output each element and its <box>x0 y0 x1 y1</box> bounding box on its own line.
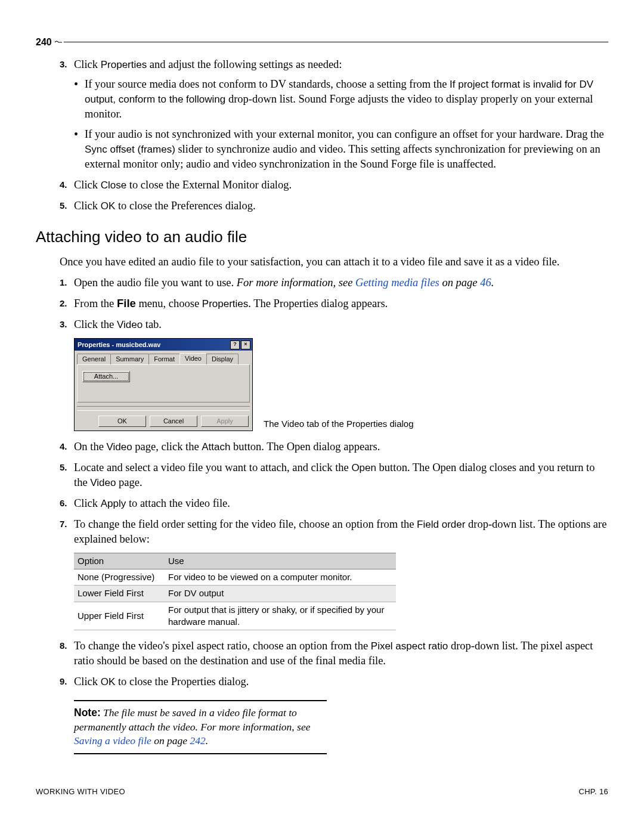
page-header: 240 <box>36 36 608 49</box>
figure-row: Properties - musicbed.wav ? × General Su… <box>74 338 608 431</box>
header-rule <box>64 42 608 42</box>
main-step-1: 1. Open the audio file you want to use. … <box>60 275 608 290</box>
help-button[interactable]: ? <box>230 340 240 349</box>
link-saving-video[interactable]: Saving a video file <box>74 735 151 747</box>
step-4: 4. Click Close to close the External Mon… <box>60 178 608 193</box>
figure-caption: The Video tab of the Properties dialog <box>264 418 414 430</box>
table-row: Lower Field First For DV output <box>74 586 396 602</box>
panel-separator <box>77 406 250 411</box>
link-getting-media[interactable]: Getting media files <box>355 277 439 289</box>
main-step-9: 9. Click OK to close the Properties dial… <box>60 674 608 689</box>
table-row: Upper Field First For output that is jit… <box>74 602 396 630</box>
main-step-4: 4. On the Video page, click the Attach b… <box>60 439 608 454</box>
dialog-buttons: OK Cancel Apply <box>75 413 252 431</box>
table-row: None (Progressive) For video to be viewe… <box>74 569 396 586</box>
field-order-table: Option Use None (Progressive) For video … <box>74 553 396 630</box>
tab-summary[interactable]: Summary <box>110 354 149 364</box>
step-5: 5. Click OK to close the Preferences dia… <box>60 199 608 213</box>
col-use: Use <box>165 553 396 569</box>
properties-dialog: Properties - musicbed.wav ? × General Su… <box>74 338 253 431</box>
table-header-row: Option Use <box>74 553 396 569</box>
close-button[interactable]: × <box>241 340 250 349</box>
ok-button[interactable]: OK <box>98 416 146 427</box>
dialog-title: Properties - musicbed.wav <box>78 340 160 349</box>
tab-video[interactable]: Video <box>179 353 207 364</box>
main-step-8: 8. To change the video's pixel aspect ra… <box>60 639 608 668</box>
link-page-242[interactable]: 242 <box>190 735 205 747</box>
tab-format[interactable]: Format <box>148 354 180 364</box>
tab-general[interactable]: General <box>77 354 111 364</box>
header-notch-icon <box>54 39 63 45</box>
apply-button[interactable]: Apply <box>201 416 249 427</box>
note-label: Note: <box>74 707 101 719</box>
note-box: Note: The file must be saved in a video … <box>74 700 327 754</box>
page-number: 240 <box>36 36 52 49</box>
main-step-3: 3. Click the Video tab. <box>60 317 608 332</box>
footer-left: WORKING WITH VIDEO <box>36 786 125 797</box>
step-3: 3. Click Properties and adjust the follo… <box>60 57 608 172</box>
cancel-button[interactable]: Cancel <box>150 416 197 427</box>
intro-paragraph: Once you have edited an audio file to yo… <box>60 255 608 270</box>
step-3-bullet-1: If your source media does not conform to… <box>74 77 608 122</box>
main-step-5: 5. Locate and select a video file you wa… <box>60 460 608 490</box>
steps-main: 1. Open the audio file you want to use. … <box>60 275 608 332</box>
main-step-6: 6. Click Apply to attach the video file. <box>60 496 608 511</box>
steps-after-fig: 4. On the Video page, click the Attach b… <box>60 439 608 547</box>
dialog-titlebar[interactable]: Properties - musicbed.wav ? × <box>75 339 252 351</box>
footer-right: CHP. 16 <box>578 786 608 797</box>
tab-panel-video: Attach... <box>77 364 250 402</box>
link-page-46[interactable]: 46 <box>480 277 491 289</box>
col-option: Option <box>74 553 165 569</box>
steps-top: 3. Click Properties and adjust the follo… <box>60 57 608 214</box>
step-3-bullet-2: If your audio is not synchronized with y… <box>74 127 608 172</box>
dialog-tabs: General Summary Format Video Display <box>77 353 252 364</box>
main-step-7: 7. To change the field order setting for… <box>60 517 608 547</box>
page-footer: WORKING WITH VIDEO CHP. 16 <box>36 786 608 797</box>
attach-button[interactable]: Attach... <box>82 371 130 382</box>
main-step-2: 2. From the File menu, choose Properties… <box>60 296 608 311</box>
steps-after-table: 8. To change the video's pixel aspect ra… <box>60 639 608 689</box>
section-heading: Attaching video to an audio file <box>36 227 608 247</box>
tab-display[interactable]: Display <box>206 354 239 364</box>
